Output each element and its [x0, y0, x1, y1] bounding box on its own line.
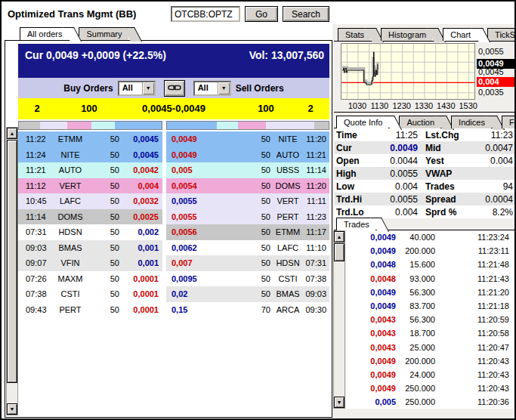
order-time: 11:11 [305, 196, 329, 205]
buy-order-row[interactable]: 09:07VFIN500,001 [18, 255, 162, 271]
trade-row[interactable]: 0,004940.00011:23:24 [346, 230, 514, 244]
sell-order-row[interactable]: 0,004950AUTO11:21 [166, 147, 329, 163]
buy-order-row[interactable]: 07:26MAXM500,0001 [18, 271, 162, 287]
sell-order-row[interactable]: 0,00750HDSN07:31 [166, 255, 329, 271]
sell-order-row[interactable]: 0,005550VERT11:11 [166, 193, 329, 209]
buy-order-row[interactable]: 11:12VERT500,004 [18, 178, 162, 194]
order-size: 50 [89, 212, 119, 221]
trade-row[interactable]: 0,004356.30011:20:59 [346, 313, 514, 326]
trades-list: 0,004940.00011:23:240,0049200.00011:23:1… [346, 230, 514, 409]
tab-stats[interactable]: Stats [338, 28, 370, 41]
buy-order-row[interactable]: 09:03BMAS500,001 [18, 240, 162, 256]
market-maker: ETMM [51, 134, 89, 144]
trade-time: 11:21:20 [435, 288, 514, 297]
search-button[interactable]: Search [283, 6, 329, 22]
bid-price: 0,002 [119, 227, 162, 236]
order-book-row: 09:03BMAS500,0010,006250LAFC11:10 [18, 240, 329, 256]
tab-flow[interactable]: Flow [502, 116, 516, 128]
scroll-down-icon[interactable]: ▼ [7, 403, 17, 415]
trade-row[interactable]: 0,004815.60011:21:48 [346, 258, 514, 271]
quote-value: 0.0049 [374, 143, 418, 153]
chevron-down-icon[interactable]: ▼ [218, 82, 230, 94]
tab-auction[interactable]: Auction [399, 116, 440, 128]
symbol-input[interactable] [171, 6, 240, 22]
order-time: 09:03 [26, 243, 51, 252]
tab-quote-info[interactable]: Quote Info [336, 116, 388, 128]
sell-order-row[interactable]: 0,00550UBSS11:14 [166, 162, 329, 178]
scrollbar-thumb[interactable] [334, 243, 345, 261]
buy-order-row[interactable]: 10:45LAFC500,0032 [18, 193, 162, 209]
link-panes-button[interactable] [164, 80, 185, 97]
trade-size: 56.300 [396, 288, 435, 297]
scroll-down-icon[interactable]: ▼ [334, 397, 345, 408]
order-book-scrollbar[interactable]: ▲ ▼ [6, 127, 18, 415]
scroll-up-icon[interactable]: ▲ [7, 128, 17, 139]
sell-order-row[interactable]: 0,1570ARCA09:30 [166, 302, 329, 318]
trade-row[interactable]: 0,004325.00011:20:47 [346, 341, 514, 354]
sell-order-row[interactable]: 0,005550PERT11:23 [166, 209, 329, 225]
sell-depth-segment [266, 122, 314, 129]
buy-order-row[interactable]: 07:31HDSN500,002 [18, 224, 162, 240]
tab-all-orders[interactable]: All orders [20, 27, 68, 40]
tab-tickscope[interactable]: TickScope [487, 28, 516, 41]
scroll-up-icon[interactable]: ▲ [334, 231, 345, 242]
trade-price: 0,0043 [346, 329, 396, 338]
quote-label: Yest [418, 156, 466, 166]
sell-order-row[interactable]: 0,005650ETMM11:17 [166, 224, 329, 240]
tab-histogram[interactable]: Histogram [381, 28, 432, 41]
buy-depth-segment [91, 122, 114, 129]
trade-row[interactable]: 0,004956.30011:21:20 [346, 286, 514, 299]
order-time: 07:38 [26, 289, 51, 298]
sell-order-row[interactable]: 0,004950NITE11:20 [166, 131, 329, 147]
tab-trades[interactable]: Trades [336, 218, 375, 230]
sell-order-row[interactable]: 0,0250BMAS09:03 [166, 286, 329, 302]
tab-summary[interactable]: Summary [79, 27, 128, 40]
trade-time: 11:20:43 [435, 357, 514, 366]
scrollbar-thumb[interactable] [7, 140, 17, 383]
trade-row[interactable]: 0,004318.70011:20:58 [346, 326, 514, 340]
trade-row[interactable]: 0,004983.70011:21:18 [346, 299, 514, 313]
chevron-down-icon[interactable]: ▼ [142, 82, 154, 94]
quote-label: Trades [418, 181, 466, 192]
buy-order-row[interactable]: 07:38CSTI500,0001 [18, 286, 162, 302]
quote-label: Cur [335, 143, 374, 153]
chart-y-label: 0,0045 [477, 67, 514, 77]
order-size: 50 [89, 243, 119, 252]
trades-scrollbar[interactable]: ▲ ▼ [333, 230, 345, 409]
order-size: 50 [89, 196, 119, 205]
go-button[interactable]: Go [245, 6, 278, 22]
trade-row[interactable]: 0,004893.00011:21:43 [346, 272, 514, 286]
sell-order-row[interactable]: 0,005450DOMS11:20 [166, 178, 329, 194]
quote-label: Trd.Lo [335, 207, 374, 218]
buy-orders-label: Buy Orders [63, 83, 113, 94]
sell-order-row[interactable]: 0,009550CSTI07:38 [166, 271, 329, 287]
buy-order-row[interactable]: 11:22ETMM500,0045 [18, 131, 162, 147]
trade-row[interactable]: 0,004924.00011:20:43 [346, 368, 514, 381]
order-book-row: 07:38CSTI500,00010,0250BMAS09:03 [18, 286, 329, 302]
bbo-summary-bar: 2 100 0,0045-0,0049 100 2 [18, 98, 329, 119]
price-chart [341, 43, 475, 100]
trade-row[interactable]: 0,0049200.00011:20:43 [346, 354, 514, 368]
sell-filter-select[interactable]: All ▼ [193, 81, 231, 96]
trade-row[interactable]: 0,005250.00011:20:36 [346, 395, 514, 409]
buy-order-row[interactable]: 09:43PERT500,0001 [18, 302, 162, 318]
quote-value: 0.004 [374, 181, 418, 192]
market-maker: VERT [51, 181, 89, 190]
tab-indices[interactable]: Indices [451, 116, 491, 128]
order-filter-bar: Buy Orders All ▼ All ▼ Sell Orders [18, 78, 329, 98]
buy-order-row[interactable]: 11:24NITE500,0045 [18, 147, 162, 163]
market-maker: HDSN [51, 227, 89, 236]
quote-value: 11:25 [374, 130, 418, 141]
tab-chart[interactable]: Chart [443, 28, 477, 41]
order-size: 50 [210, 274, 270, 283]
market-maker: DOMS [270, 181, 305, 190]
buy-filter-select[interactable]: All ▼ [118, 81, 156, 96]
order-size: 50 [210, 212, 270, 221]
trade-row[interactable]: 0,0049200.00011:23:11 [346, 244, 514, 258]
buy-order-row[interactable]: 11:21AUTO500,0042 [18, 162, 162, 178]
buy-order-row[interactable]: 11:14DOMS500,0025 [18, 209, 162, 225]
chain-link-icon [168, 84, 181, 91]
trade-row[interactable]: 0,0049250.00011:20:43 [346, 381, 514, 395]
sell-order-row[interactable]: 0,006250LAFC11:10 [166, 240, 329, 256]
market-maker: AUTO [270, 150, 305, 159]
